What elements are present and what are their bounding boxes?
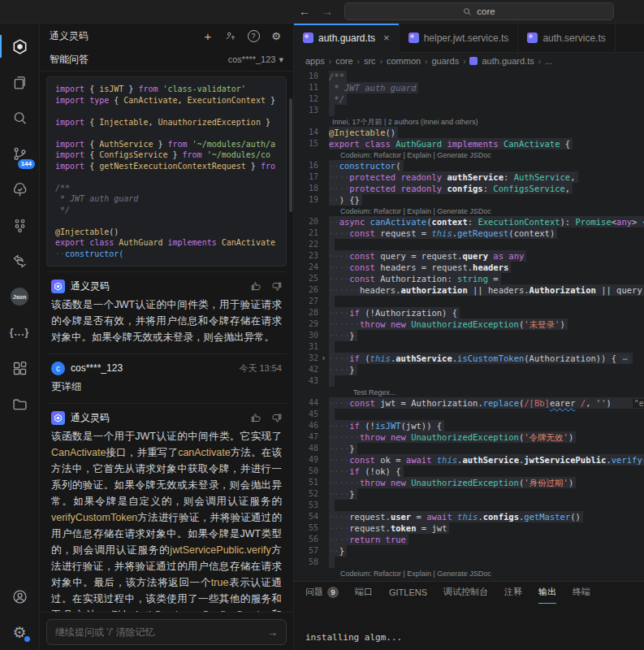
help-icon[interactable]: ? xyxy=(246,28,261,43)
code-line[interactable]: 16··constructor( xyxy=(294,160,644,171)
account-switcher[interactable]: cos****_123▾ xyxy=(228,54,283,65)
tab-gitlens[interactable]: GITLENS xyxy=(389,582,427,604)
tab-debug-console[interactable]: 调试控制台 xyxy=(443,582,488,604)
tab-helper-jwt-service[interactable]: helper.jwt.service.ts xyxy=(400,24,519,52)
codelens-regex[interactable]: Test Regex... xyxy=(294,387,644,397)
code-line[interactable]: 53 xyxy=(294,500,644,511)
code-line[interactable]: 29······throw new UnauthorizedException(… xyxy=(294,318,644,330)
code-line[interactable]: 23····const query = request.query as any xyxy=(294,250,644,262)
folder-icon[interactable] xyxy=(0,386,39,422)
code-line[interactable]: 32›····if (this.authService.isCustomToke… xyxy=(294,353,644,364)
code-line[interactable]: 26······headers.authorization || headers… xyxy=(294,284,644,296)
dots-grid-icon[interactable] xyxy=(0,207,39,243)
code-line[interactable]: 11 * JWT auth guard xyxy=(294,82,644,93)
tab-output[interactable]: 输出 xyxy=(538,582,556,604)
thumbs-down-icon[interactable] xyxy=(271,413,282,423)
line-number: 43 xyxy=(294,375,318,387)
code-line[interactable]: 21····const request = this.getRequest(co… xyxy=(294,228,644,239)
code-line[interactable]: 14@Injectable() xyxy=(294,127,644,138)
explorer-icon[interactable] xyxy=(0,64,39,100)
forward-arrow-icon[interactable]: → xyxy=(322,6,333,17)
code-line[interactable]: 49····const ok = await this.authService.… xyxy=(294,454,644,466)
code-line[interactable]: 15export class AuthGuard implements CanA… xyxy=(294,138,644,150)
share-icon[interactable] xyxy=(223,28,238,43)
code-line[interactable]: 30····} xyxy=(294,330,644,341)
breadcrumb-item-more[interactable]: ... xyxy=(545,56,552,66)
extensions-icon[interactable] xyxy=(0,350,39,386)
chat-settings-icon[interactable]: ⚙ xyxy=(269,28,283,43)
tab-comments[interactable]: 注释 xyxy=(504,582,522,604)
json-icon[interactable]: Json xyxy=(0,279,39,314)
code-line[interactable]: 50····if (!ok) { xyxy=(294,466,644,477)
code-line[interactable]: 28····if (!Authorization) { xyxy=(294,307,644,318)
code-line[interactable]: 56····return true xyxy=(294,534,644,545)
codelens-codeium[interactable]: Codeium: Refactor | Explain | Generate J… xyxy=(294,206,644,216)
code-line[interactable]: 47······throw new UnauthorizedException(… xyxy=(294,431,644,443)
tab-auth-guard[interactable]: auth.guard.ts × xyxy=(294,24,400,53)
thumbs-down-icon[interactable] xyxy=(271,281,282,292)
fold-gutter xyxy=(318,127,329,138)
code-line[interactable]: 19··) {} xyxy=(294,194,644,206)
settings-gear-icon[interactable]: ⚙ xyxy=(0,614,39,650)
search-sidebar-icon[interactable] xyxy=(0,100,39,136)
breadcrumb-item[interactable]: core xyxy=(335,56,352,66)
close-icon[interactable]: × xyxy=(383,32,390,44)
code-line[interactable]: 54····request.user = await this.configs.… xyxy=(294,511,644,522)
code-line[interactable]: 52····} xyxy=(294,488,644,500)
command-center-search[interactable]: core xyxy=(344,2,614,20)
typescript-icon xyxy=(527,32,538,43)
code-line[interactable]: 13 xyxy=(294,105,644,116)
breadcrumb-item[interactable]: common xyxy=(387,56,421,66)
new-chat-icon[interactable]: + xyxy=(201,28,215,43)
chat-code-line: import { AuthService } from '~/modules/a… xyxy=(55,139,278,150)
code-line[interactable]: 10/** xyxy=(294,71,644,82)
code-line[interactable]: 46····if (!isJWT(jwt)) { xyxy=(294,420,644,431)
code-line[interactable]: 20··async canActivate(context: Execution… xyxy=(294,216,644,228)
tab-ports[interactable]: 端口 xyxy=(355,582,373,604)
code-line[interactable]: 24····const headers = request.headers xyxy=(294,262,644,273)
code-line[interactable]: 22 xyxy=(294,239,644,250)
account-icon[interactable] xyxy=(0,578,39,614)
code-line[interactable]: 48····} xyxy=(294,443,644,454)
braces-icon[interactable]: {...} xyxy=(0,314,39,350)
codelens-codeium[interactable]: Codeium: Refactor | Explain | Generate J… xyxy=(294,150,644,160)
thumbs-up-icon[interactable] xyxy=(251,413,261,423)
source-control-icon[interactable]: 144 xyxy=(0,136,39,171)
tab-auth-service[interactable]: auth.service.ts xyxy=(518,24,615,52)
code-line[interactable]: 45 xyxy=(294,409,644,420)
fold-chevron-icon[interactable]: › xyxy=(318,353,329,364)
codelens-codeium[interactable]: Codeium: Refactor | Explain | Generate J… xyxy=(294,568,644,578)
chat-panel-scrollbar[interactable] xyxy=(289,98,292,212)
tongyi-lingma-icon[interactable] xyxy=(0,28,39,64)
code-line[interactable]: 58 xyxy=(294,557,644,568)
approval-tree-icon[interactable] xyxy=(0,171,39,207)
code-line[interactable]: 31 xyxy=(294,341,644,353)
back-arrow-icon[interactable]: ← xyxy=(299,6,310,17)
code-line[interactable]: 25····const Authorization: string = xyxy=(294,273,644,284)
fold-gutter xyxy=(318,454,329,466)
code-line[interactable]: 51······throw new UnauthorizedException(… xyxy=(294,477,644,488)
tab-problems[interactable]: 问题9 xyxy=(305,582,339,604)
breadcrumb-item[interactable]: guards xyxy=(432,56,460,66)
code-line[interactable]: 42····} xyxy=(294,364,644,375)
tab-terminal[interactable]: 终端 xyxy=(573,582,590,604)
code-line[interactable]: 55····request.token = jwt xyxy=(294,522,644,534)
code-line[interactable]: 43 xyxy=(294,375,644,387)
codelens-blame[interactable]: Innei, 17个月前 | 2 authors (Innei and othe… xyxy=(294,116,644,127)
breadcrumb-item[interactable]: src xyxy=(364,56,376,66)
code-line[interactable]: 57··} xyxy=(294,545,644,557)
chat-input[interactable]: 继续提问或 '/' 清除记忆 → xyxy=(46,619,287,645)
references-icon[interactable] xyxy=(0,243,39,279)
breadcrumb-item[interactable]: apps xyxy=(305,56,325,66)
code-line[interactable]: 44····const jwt = Authorization.replace(… xyxy=(294,397,644,409)
code-line[interactable]: 17····protected readonly authService: Au… xyxy=(294,171,644,183)
code-line[interactable]: 27 xyxy=(294,296,644,307)
fold-gutter xyxy=(318,522,329,534)
code-line[interactable]: 18····protected readonly configs: Config… xyxy=(294,183,644,194)
send-icon[interactable]: → xyxy=(267,626,278,639)
code-line[interactable]: 12 */ xyxy=(294,93,644,105)
thumbs-up-icon[interactable] xyxy=(251,281,261,292)
code-editor[interactable]: 10/**11 * JWT auth guard12 */13Innei, 17… xyxy=(294,69,644,581)
breadcrumb-item-file[interactable]: auth.guard.ts xyxy=(482,56,534,66)
chat-scroll-area[interactable]: import { isJWT } from 'class-validator'i… xyxy=(40,72,293,612)
